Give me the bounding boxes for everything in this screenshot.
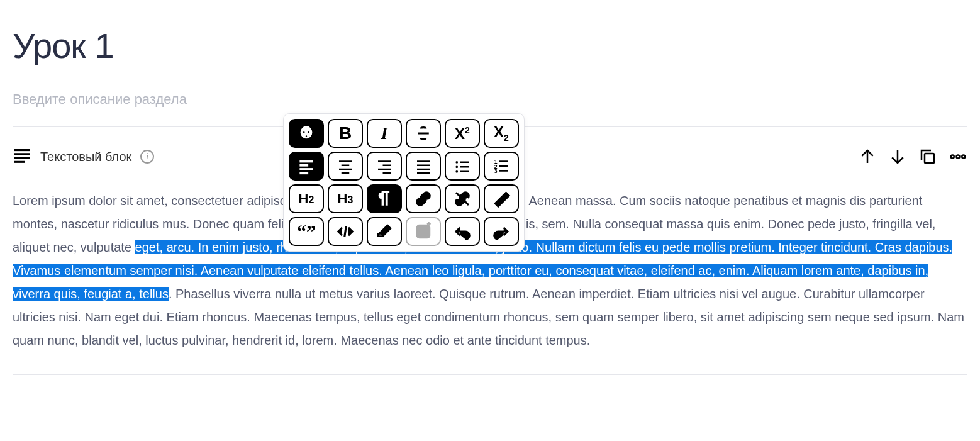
- svg-rect-9: [300, 165, 308, 167]
- block-end-divider: [13, 374, 967, 375]
- formatting-toolbar: B I X2 X2 123 H2 H3 “”: [283, 113, 525, 252]
- svg-rect-1: [14, 153, 30, 155]
- svg-rect-36: [417, 225, 430, 238]
- svg-rect-0: [14, 149, 30, 151]
- block-type-label: Текстовый блок: [40, 150, 131, 164]
- svg-point-7: [962, 155, 965, 159]
- h2-button[interactable]: H2: [289, 184, 324, 213]
- svg-rect-13: [342, 165, 350, 167]
- more-button[interactable]: [949, 147, 967, 166]
- svg-rect-33: [499, 165, 508, 167]
- copy-button[interactable]: [918, 147, 937, 166]
- svg-rect-29: [460, 171, 469, 173]
- quote-button[interactable]: “”: [289, 217, 324, 246]
- align-right-button[interactable]: [367, 152, 402, 181]
- link-button[interactable]: [406, 184, 441, 213]
- svg-rect-12: [339, 160, 352, 162]
- svg-rect-19: [383, 172, 391, 174]
- bullet-list-button[interactable]: [445, 152, 480, 181]
- move-down-button[interactable]: [888, 147, 907, 166]
- svg-rect-23: [417, 172, 430, 174]
- unlink-button[interactable]: [445, 184, 480, 213]
- svg-point-5: [951, 155, 954, 159]
- info-icon[interactable]: i: [140, 150, 154, 164]
- bold-button[interactable]: B: [328, 119, 363, 148]
- align-left-button[interactable]: [289, 152, 324, 181]
- page-title[interactable]: Урок 1: [13, 25, 967, 66]
- color-button[interactable]: [289, 119, 324, 148]
- align-center-button[interactable]: [328, 152, 363, 181]
- description-input[interactable]: Введите описание раздела: [13, 91, 967, 108]
- svg-rect-35: [499, 170, 508, 172]
- superscript-button[interactable]: X2: [445, 119, 480, 148]
- clear-format-button[interactable]: [484, 184, 519, 213]
- svg-rect-31: [499, 160, 508, 162]
- insert-button[interactable]: [406, 217, 441, 246]
- svg-rect-2: [14, 157, 30, 159]
- undo-button[interactable]: [445, 217, 480, 246]
- svg-rect-16: [378, 160, 391, 162]
- svg-point-26: [455, 165, 458, 168]
- svg-rect-22: [417, 169, 430, 170]
- svg-rect-17: [383, 165, 391, 167]
- move-up-button[interactable]: [858, 147, 877, 166]
- erase-button[interactable]: [367, 217, 402, 246]
- text-block-icon: [13, 146, 31, 167]
- svg-point-6: [957, 155, 960, 159]
- svg-point-28: [455, 170, 458, 173]
- svg-rect-14: [339, 169, 352, 170]
- svg-rect-10: [300, 169, 313, 170]
- strikethrough-button[interactable]: [406, 119, 441, 148]
- paragraph-button[interactable]: [367, 184, 402, 213]
- numbered-list-button[interactable]: 123: [484, 152, 519, 181]
- svg-text:3: 3: [494, 168, 498, 174]
- code-button[interactable]: [328, 217, 363, 246]
- svg-rect-18: [378, 169, 391, 170]
- svg-rect-27: [460, 166, 469, 168]
- h3-button[interactable]: H3: [328, 184, 363, 213]
- svg-rect-3: [14, 161, 26, 163]
- svg-rect-25: [460, 162, 469, 164]
- svg-rect-8: [300, 160, 313, 162]
- redo-button[interactable]: [484, 217, 519, 246]
- svg-rect-21: [417, 165, 430, 167]
- align-justify-button[interactable]: [406, 152, 441, 181]
- svg-rect-15: [342, 172, 350, 174]
- svg-rect-20: [417, 160, 430, 162]
- svg-point-24: [455, 161, 458, 164]
- svg-rect-4: [925, 154, 934, 163]
- italic-button[interactable]: I: [367, 119, 402, 148]
- subscript-button[interactable]: X2: [484, 119, 519, 148]
- svg-rect-11: [300, 172, 308, 174]
